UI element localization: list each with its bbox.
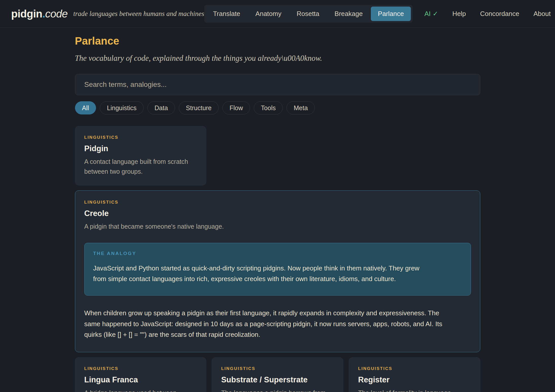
card-title: Register	[358, 375, 471, 384]
card-title: Pidgin	[84, 144, 197, 153]
header-links: AI✓ Help Concordance About	[424, 10, 550, 18]
card-category: LINGUISTICS	[221, 366, 334, 371]
card-category: LINGUISTICS	[84, 200, 471, 205]
brand-tagline: trade languages between humans and machi…	[73, 10, 204, 18]
card-description: A bridge language used between groups wi…	[84, 388, 197, 392]
ai-check-icon: ✓	[433, 10, 438, 17]
nav-link-about[interactable]: About	[533, 10, 551, 18]
analogy-text: JavaScript and Python started as quick-a…	[93, 263, 430, 284]
card-category: LINGUISTICS	[358, 366, 471, 371]
brand-logo-dot: .	[42, 8, 45, 20]
card-title: Creole	[84, 209, 471, 218]
card-title: Substrate / Superstrate	[221, 375, 334, 384]
brand-logo-primary: pidgin	[11, 8, 42, 20]
brand-logo[interactable]: pidgin.code	[11, 8, 68, 20]
page-subtitle: The vocabulary of code, explained throug…	[75, 54, 480, 63]
tab-anatomy[interactable]: Anatomy	[248, 7, 289, 21]
header: pidgin.code trade languages between huma…	[0, 0, 555, 28]
card-description: The level of formality in language.	[358, 388, 471, 392]
card-title: Lingua Franca	[84, 375, 197, 384]
card-category: LINGUISTICS	[84, 135, 197, 140]
tab-rosetta[interactable]: Rosetta	[290, 7, 327, 21]
filter-meta[interactable]: Meta	[286, 101, 315, 114]
nav-link-ai-status[interactable]: AI✓	[424, 10, 438, 18]
ai-label: AI	[424, 10, 431, 17]
filter-linguistics[interactable]: Linguistics	[100, 101, 144, 114]
brand-logo-secondary: code	[45, 8, 68, 20]
filter-data[interactable]: Data	[147, 101, 175, 114]
search-input[interactable]	[75, 74, 480, 95]
nav-link-concordance[interactable]: Concordance	[480, 10, 519, 18]
analogy-box: THE ANALOGY JavaScript and Python starte…	[84, 243, 471, 296]
term-card-lingua-franca[interactable]: LINGUISTICS Lingua Franca A bridge langu…	[75, 357, 206, 392]
filter-flow[interactable]: Flow	[222, 101, 250, 114]
filter-structure[interactable]: Structure	[179, 101, 219, 114]
term-card-pidgin[interactable]: LINGUISTICS Pidgin A contact language bu…	[75, 126, 206, 185]
card-description: A pidgin that became someone's native la…	[84, 222, 471, 231]
card-detail-text: When children grow up speaking a pidgin …	[84, 308, 449, 340]
term-card-creole[interactable]: LINGUISTICS Creole A pidgin that became …	[75, 190, 480, 352]
term-grid: LINGUISTICS Pidgin A contact language bu…	[75, 126, 480, 392]
term-card-substrate-superstrate[interactable]: LINGUISTICS Substrate / Superstrate The …	[212, 357, 343, 392]
nav-link-help[interactable]: Help	[452, 10, 466, 18]
card-description: The languages a pidgin borrows from.	[221, 388, 334, 392]
card-description: A contact language built from scratch be…	[84, 157, 197, 177]
primary-nav: Translate Anatomy Rosetta Breakage Parla…	[204, 5, 413, 23]
page-title: Parlance	[75, 35, 480, 47]
filter-tools[interactable]: Tools	[254, 101, 283, 114]
filter-all[interactable]: All	[75, 101, 96, 114]
tab-translate[interactable]: Translate	[206, 7, 247, 21]
term-card-register[interactable]: LINGUISTICS Register The level of formal…	[349, 357, 480, 392]
tab-parlance[interactable]: Parlance	[371, 7, 411, 21]
card-category: LINGUISTICS	[84, 366, 197, 371]
tab-breakage[interactable]: Breakage	[328, 7, 370, 21]
analogy-label: THE ANALOGY	[93, 251, 462, 256]
filter-bar: All Linguistics Data Structure Flow Tool…	[75, 101, 480, 114]
main-content: Parlance The vocabulary of code, explain…	[75, 28, 480, 392]
